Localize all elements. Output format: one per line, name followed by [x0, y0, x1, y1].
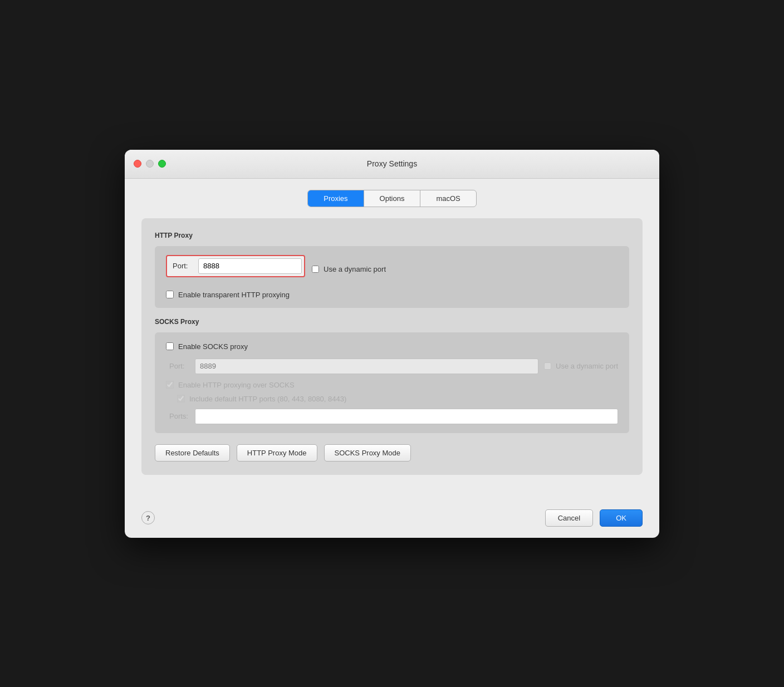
include-ports-row: Include default HTTP ports (80, 443, 808… — [177, 395, 618, 403]
http-port-label: Port: — [169, 262, 193, 270]
socks-port-label: Port: — [166, 362, 189, 370]
proxy-settings-window: Proxy Settings Proxies Options macOS HTT… — [125, 150, 659, 538]
minimize-button[interactable] — [146, 160, 154, 168]
socks-enable-label: Enable SOCKS proxy — [178, 342, 248, 351]
http-proxy-box: Port: Use a dynamic port Enable transpar… — [155, 246, 629, 308]
socks-dynamic-port-checkbox[interactable] — [544, 362, 551, 370]
http-proxy-mode-button[interactable]: HTTP Proxy Mode — [237, 444, 317, 462]
panel-buttons: Restore Defaults HTTP Proxy Mode SOCKS P… — [155, 444, 629, 462]
tab-options[interactable]: Options — [364, 190, 421, 207]
socks-ports-label: Ports: — [166, 412, 189, 420]
include-ports-checkbox[interactable] — [177, 395, 185, 403]
socks-enable-checkbox[interactable] — [166, 342, 174, 350]
http-port-outer-row: Port: Use a dynamic port — [166, 255, 618, 284]
http-port-input[interactable] — [198, 258, 302, 274]
traffic-lights — [134, 160, 166, 168]
http-over-socks-label: Enable HTTP proxying over SOCKS — [178, 381, 295, 389]
socks-enable-row: Enable SOCKS proxy — [166, 342, 618, 351]
http-transparent-row: Enable transparent HTTP proxying — [166, 291, 618, 299]
action-buttons: Cancel OK — [545, 509, 643, 527]
socks-dynamic-port-label: Use a dynamic port — [556, 362, 618, 370]
close-button[interactable] — [134, 160, 141, 168]
socks-proxy-box: Enable SOCKS proxy Port: Use a dynamic p… — [155, 332, 629, 433]
socks-port-outer-row: Port: Use a dynamic port — [166, 359, 618, 374]
cancel-button[interactable]: Cancel — [545, 509, 593, 527]
window-footer: ? Cancel OK — [125, 503, 659, 538]
ok-button[interactable]: OK — [600, 509, 643, 527]
http-over-socks-checkbox[interactable] — [166, 381, 174, 389]
http-transparent-checkbox[interactable] — [166, 291, 174, 298]
http-port-row: Port: — [166, 255, 305, 277]
window-title: Proxy Settings — [367, 159, 417, 168]
socks-ports-input[interactable] — [195, 409, 618, 424]
maximize-button[interactable] — [158, 160, 166, 168]
include-ports-label: Include default HTTP ports (80, 443, 808… — [189, 395, 346, 403]
tabs-container: Proxies Options macOS — [307, 190, 477, 207]
tab-macos[interactable]: macOS — [420, 190, 476, 207]
socks-dynamic-port-row: Use a dynamic port — [544, 362, 618, 370]
help-button[interactable]: ? — [141, 511, 155, 524]
window-content: Proxies Options macOS HTTP Proxy Port: U — [125, 179, 659, 503]
main-panel: HTTP Proxy Port: Use a dynamic port — [141, 218, 643, 475]
socks-proxy-section-label: SOCKS Proxy — [155, 318, 629, 326]
socks-ports-row: Ports: — [166, 409, 618, 424]
http-dynamic-port-row: Use a dynamic port — [312, 265, 386, 273]
http-dynamic-port-label: Use a dynamic port — [324, 265, 386, 273]
titlebar: Proxy Settings — [125, 150, 659, 179]
tab-bar: Proxies Options macOS — [141, 190, 643, 207]
http-proxy-section-label: HTTP Proxy — [155, 232, 629, 239]
http-transparent-label: Enable transparent HTTP proxying — [178, 291, 290, 299]
http-over-socks-row: Enable HTTP proxying over SOCKS — [166, 381, 618, 389]
socks-proxy-mode-button[interactable]: SOCKS Proxy Mode — [324, 444, 411, 462]
socks-port-input[interactable] — [195, 359, 538, 374]
tab-proxies[interactable]: Proxies — [308, 190, 364, 207]
restore-defaults-button[interactable]: Restore Defaults — [155, 444, 230, 462]
http-dynamic-port-checkbox[interactable] — [312, 266, 319, 273]
